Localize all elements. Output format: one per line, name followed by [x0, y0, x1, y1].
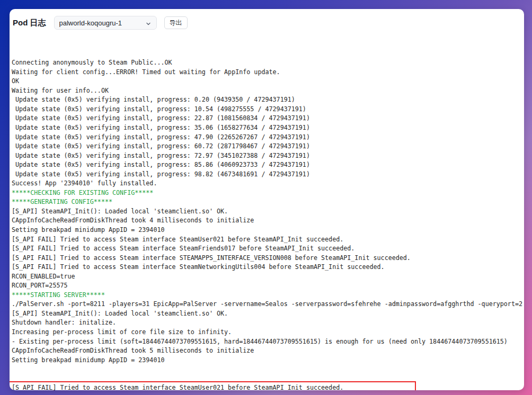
panel-header: Pod 日志 palworld-koqougru-1 导出: [10, 9, 524, 30]
log-line: Increasing per-process limit of core fil…: [12, 328, 524, 337]
log-line: RCON_ENABLED=true: [12, 272, 524, 282]
log-line: Shutdown handler: initalize.: [12, 318, 524, 328]
log-line: Connecting anonymously to Steam Public..…: [12, 58, 524, 68]
log-lines: Connecting anonymously to Steam Public..…: [12, 58, 524, 365]
log-line: Update state (0x5) verifying install, pr…: [12, 160, 524, 170]
log-line: [S_API FAIL] Tried to access Steam inter…: [12, 263, 524, 272]
log-line: Success! App '2394010' fully installed.: [12, 179, 524, 188]
log-line: [S_API FAIL] Tried to access Steam inter…: [12, 235, 524, 245]
log-line: [S_API] SteamAPI_Init(): Loaded local 's…: [12, 207, 524, 217]
log-line: Update state (0x5) verifying install, pr…: [12, 133, 524, 142]
log-line: OK: [12, 77, 524, 86]
error-highlight-box: [S_API FAIL] Tried to access Steam inter…: [10, 381, 416, 390]
log-line: CAppInfoCacheReadFromDiskThread took 4 m…: [12, 216, 524, 226]
log-line: Update state (0x5) verifying install, pr…: [12, 123, 524, 133]
log-line: Setting breakpad minidump AppID = 239401…: [12, 226, 524, 235]
log-line: Update state (0x5) verifying install, pr…: [12, 151, 524, 161]
log-line: *****GENERATING CONFIG*****: [12, 198, 524, 207]
chevron-down-icon: [145, 20, 152, 26]
log-line: RCON_PORT=25575: [12, 281, 524, 291]
log-line: Update state (0x5) verifying install, pr…: [12, 142, 524, 151]
pod-select[interactable]: palworld-koqougru-1: [54, 16, 157, 30]
log-line: CAppInfoCacheReadFromDiskThread took 5 m…: [12, 346, 524, 356]
log-line: *****STARTING SERVER*****: [12, 291, 524, 300]
log-line: [S_API FAIL] Tried to access Steam inter…: [12, 383, 411, 390]
log-line: Update state (0x5) verifying install, pr…: [12, 95, 524, 105]
log-line: Setting breakpad minidump AppID = 239401…: [12, 356, 524, 365]
log-line: Update state (0x5) verifying install, pr…: [12, 114, 524, 123]
log-output[interactable]: Connecting anonymously to Steam Public..…: [10, 30, 524, 390]
log-line: Waiting for user info...OK: [12, 86, 524, 96]
log-line: [S_API FAIL] Tried to access Steam inter…: [12, 254, 524, 263]
log-line: ./PalServer.sh -port=8211 -players=31 Ep…: [12, 300, 524, 309]
log-line: Waiting for client config...ERROR! Timed…: [12, 68, 524, 77]
pod-logs-panel: Pod 日志 palworld-koqougru-1 导出 Connecting…: [10, 9, 524, 390]
log-line: - Existing per-process limit (soft=18446…: [12, 337, 524, 347]
log-line: Update state (0x5) verifying install, pr…: [12, 105, 524, 114]
export-button[interactable]: 导出: [164, 16, 188, 29]
log-line: *****CHECKING FOR EXISTING CONFIG*****: [12, 188, 524, 198]
log-line: [S_API] SteamAPI_Init(): Loaded local 's…: [12, 309, 524, 319]
log-line: [S_API FAIL] Tried to access Steam inter…: [12, 244, 524, 254]
page-title: Pod 日志: [13, 18, 46, 28]
log-line: Update state (0x5) verifying install, pr…: [12, 170, 524, 179]
pod-select-value: palworld-koqougru-1: [59, 19, 122, 27]
